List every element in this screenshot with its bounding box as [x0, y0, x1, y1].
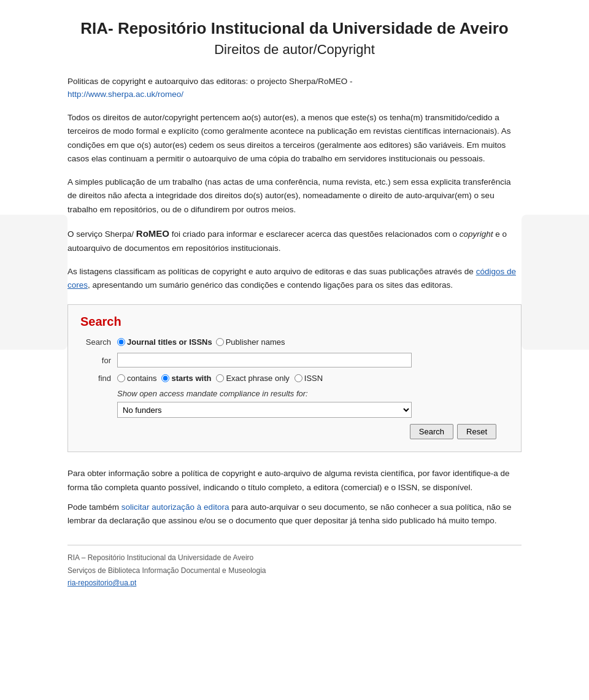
radio-startswith[interactable]: [161, 374, 169, 382]
search-input[interactable]: [117, 353, 412, 367]
paragraph-1: Todos os direitos de autor/copyright per…: [67, 111, 522, 166]
ria-label: RIA – Repositório Institucional da Unive…: [67, 552, 522, 564]
for-label: for: [80, 356, 117, 365]
paragraph-4: As listagens classificam as políticas de…: [67, 265, 522, 293]
radio-journals[interactable]: [117, 338, 125, 346]
paragraph-3-part1: O serviço Sherpa/: [67, 229, 136, 239]
paragraph-3: O serviço Sherpa/ RoMEO foi criado para …: [67, 226, 522, 255]
email-link[interactable]: ria-repositorio@ua.pt: [67, 579, 136, 587]
servicos-label: Serviços de Biblioteca Informação Docume…: [67, 564, 522, 577]
radio-issn-text: ISSN: [304, 374, 323, 383]
page-title-sub: Direitos de autor/Copyright: [67, 42, 522, 58]
search-type-row: Search Journal titles or ISSNs Publisher…: [80, 337, 509, 347]
mandate-label: Show open access mandate compliance in r…: [80, 389, 509, 398]
footer-p2-part1: Pode também: [67, 502, 121, 512]
footer-bottom: RIA – Repositório Institucional da Unive…: [67, 552, 522, 589]
radio-publishers-text: Publisher names: [226, 337, 285, 347]
button-row: Search Reset: [80, 424, 509, 439]
radio-issn-label[interactable]: ISSN: [294, 374, 323, 383]
mandate-select[interactable]: No funders: [117, 402, 412, 418]
mandate-row: Show open access mandate compliance in r…: [80, 389, 509, 418]
paragraph-4-part2: , apresentando um sumário genérico das c…: [88, 280, 453, 290]
search-for-row: for: [80, 353, 509, 367]
footer-divider: [67, 545, 522, 545]
solicitar-link[interactable]: solicitar autorização à editora: [121, 502, 229, 512]
radio-journals-text: Journal titles or ISSNs: [127, 337, 212, 347]
footer-paragraph-2: Pode também solicitar autorização à edit…: [67, 501, 522, 528]
find-options: contains starts with Exact phrase only: [117, 374, 323, 383]
footer-info: Para obter informação sobre a política d…: [67, 467, 522, 528]
page-header: RIA- Repositório Institucional da Univer…: [67, 18, 522, 58]
radio-exact[interactable]: [216, 374, 224, 382]
radio-exact-text: Exact phrase only: [226, 374, 289, 383]
search-form: Search Journal titles or ISSNs Publisher…: [80, 337, 509, 439]
copyright-italic: copyright: [460, 229, 493, 239]
radio-journals-label[interactable]: Journal titles or ISSNs: [117, 337, 212, 347]
radio-contains[interactable]: [117, 374, 125, 382]
radio-startswith-text: starts with: [171, 374, 211, 383]
radio-publishers[interactable]: [216, 338, 224, 346]
search-label: Search: [80, 337, 117, 347]
romeo-bold-text: RoMEO: [136, 228, 169, 239]
radio-contains-text: contains: [127, 374, 156, 383]
search-heading: Search: [80, 315, 509, 329]
page-title-main: RIA- Repositório Institucional da Univer…: [67, 18, 522, 39]
radio-startswith-label[interactable]: starts with: [161, 374, 211, 383]
search-button[interactable]: Search: [410, 424, 453, 439]
paragraph-4-part1: As listagens classificam as políticas de…: [67, 267, 476, 276]
paragraph-2: A simples publicação de um trabalho (nas…: [67, 175, 522, 217]
search-radio-group: Journal titles or ISSNs Publisher names: [117, 337, 285, 347]
radio-issn[interactable]: [294, 374, 302, 382]
mandate-label-text: Show open access mandate compliance in r…: [117, 389, 308, 398]
paragraph-3-part2: foi criado para informar e esclarecer ac…: [169, 229, 460, 239]
radio-publishers-label[interactable]: Publisher names: [216, 337, 285, 347]
find-label: find: [80, 374, 117, 383]
intro-link-paragraph: Politicas de copyright e autoarquivo das…: [67, 75, 522, 101]
footer-paragraph-1: Para obter informação sobre a política d…: [67, 467, 522, 494]
sherpa-romeo-link[interactable]: http://www.sherpa.ac.uk/romeo/: [67, 90, 183, 99]
radio-contains-label[interactable]: contains: [117, 374, 156, 383]
search-section: Search Search Journal titles or ISSNs Pu…: [67, 304, 522, 452]
find-row: find contains starts with Exact phras: [80, 374, 509, 383]
intro-link-text: Politicas de copyright e autoarquivo das…: [67, 77, 353, 86]
reset-button[interactable]: Reset: [457, 424, 496, 439]
radio-exact-label[interactable]: Exact phrase only: [216, 374, 289, 383]
